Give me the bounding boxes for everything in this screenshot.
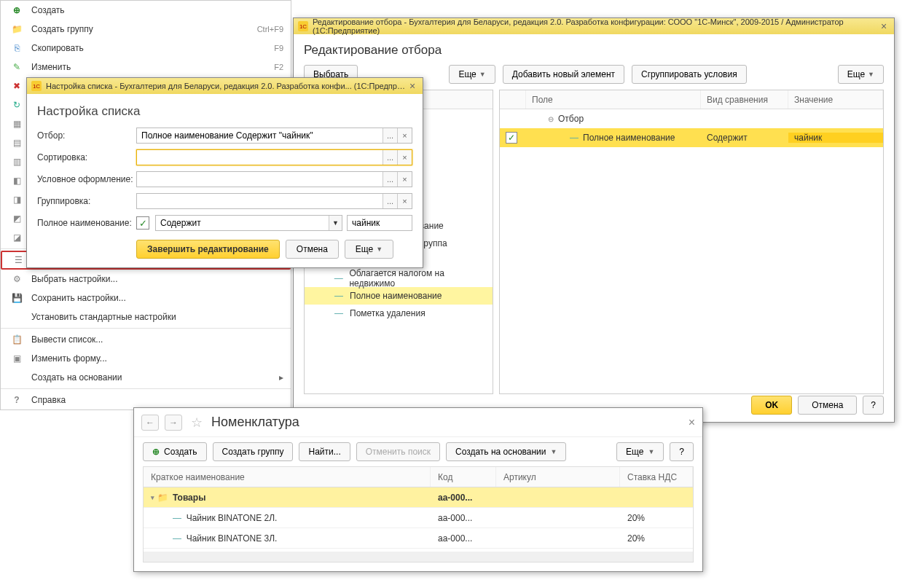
menu-copy[interactable]: ⎘СкопироватьF9: [1, 39, 291, 58]
grouping-label: Группировка:: [37, 196, 136, 206]
misc-icon: ▤: [8, 138, 26, 148]
separator: [1, 328, 291, 329]
column-code[interactable]: Код: [431, 467, 496, 487]
column-vat[interactable]: Ставка НДС: [620, 467, 693, 487]
more-button-2[interactable]: Еще▼: [838, 65, 884, 84]
checkbox-icon[interactable]: ✓: [506, 132, 517, 144]
plus-icon: ⊕: [152, 447, 160, 457]
conditional-label: Условное оформление:: [37, 174, 136, 184]
ellipsis-button[interactable]: ...: [383, 150, 397, 165]
table-row[interactable]: — Чайник BINATONE 2Л. аа-000... 20%: [144, 508, 693, 528]
field-item[interactable]: —Облагается налогом на недвижимо: [305, 270, 493, 287]
ellipsis-button[interactable]: ...: [383, 194, 397, 208]
field-item[interactable]: —Пометка удаления: [305, 305, 493, 322]
close-icon[interactable]: ×: [407, 80, 418, 92]
table-row[interactable]: — Чайник BINATONE 3Л. аа-000... 20%: [144, 528, 693, 549]
close-icon[interactable]: ×: [689, 416, 695, 429]
edit-icon: ✎: [8, 62, 26, 72]
more-button[interactable]: Еще ▼: [345, 240, 393, 259]
clear-button[interactable]: ×: [397, 172, 412, 187]
sort-label: Сортировка:: [37, 152, 136, 162]
create-button[interactable]: ⊕Создать: [143, 442, 207, 461]
refresh-icon: ↻: [8, 100, 26, 110]
folder-icon: 📁: [8, 24, 26, 34]
filter-input[interactable]: [137, 128, 383, 143]
misc-icon: ◩: [8, 213, 26, 224]
find-button[interactable]: Найти...: [299, 442, 350, 461]
dialog-heading: Редактирование отбора: [304, 43, 884, 58]
clear-button[interactable]: ×: [397, 128, 412, 143]
cancel-find-button[interactable]: Отменить поиск: [356, 442, 440, 461]
nav-forward-button[interactable]: →: [165, 415, 182, 431]
column-article[interactable]: Артикул: [496, 467, 620, 487]
dialog-heading: Настройка списка: [37, 104, 412, 119]
titlebar[interactable]: 1C Настройка списка - Бухгалтерия для Бе…: [27, 78, 423, 94]
clear-button[interactable]: ×: [397, 194, 412, 208]
misc-icon: ◨: [8, 195, 26, 205]
app-icon: 1C: [31, 81, 42, 91]
delete-icon: ✖: [8, 81, 26, 91]
value-input[interactable]: [347, 215, 412, 231]
chevron-down-icon: ▼: [868, 71, 874, 78]
favorite-star-icon[interactable]: ☆: [191, 415, 203, 431]
filter-label: Отбор:: [37, 130, 136, 141]
menu-create-based-on[interactable]: Создать на основании▸: [1, 368, 291, 387]
help-button[interactable]: ?: [863, 396, 884, 415]
menu-output-list[interactable]: 📋Вывести список...: [1, 330, 291, 349]
save-icon: 💾: [8, 293, 26, 303]
filter-condition-row[interactable]: ✓ —Полное наименование Содержит чайник: [500, 128, 883, 147]
more-button[interactable]: Еще ▼: [616, 442, 664, 461]
more-button-1[interactable]: Еще▼: [449, 65, 495, 84]
chevron-right-icon: ▸: [279, 372, 283, 383]
output-icon: 📋: [8, 334, 26, 345]
copy-icon: ⎘: [8, 43, 26, 53]
folder-icon: 📁: [157, 493, 168, 503]
item-icon: —: [173, 513, 181, 523]
column-field: Поле: [526, 90, 701, 109]
sort-input[interactable]: [137, 150, 383, 165]
conditional-input[interactable]: [137, 172, 383, 187]
column-value: Значение: [788, 90, 883, 109]
horizontal-scrollbar[interactable]: [144, 552, 693, 562]
ellipsis-button[interactable]: ...: [383, 172, 397, 187]
finish-editing-button[interactable]: Завершить редактирование: [136, 240, 280, 259]
ellipsis-button[interactable]: ...: [383, 128, 397, 143]
chevron-down-icon: ▼: [479, 71, 486, 78]
checkbox[interactable]: ✓: [136, 216, 149, 230]
table-row-group[interactable]: ▾📁Товары аа-000...: [144, 487, 693, 508]
menu-save-settings[interactable]: 💾Сохранить настройки...: [1, 289, 291, 307]
chevron-down-icon: ▼: [648, 448, 654, 455]
cancel-button[interactable]: Отмена: [286, 240, 339, 259]
close-icon[interactable]: ×: [878, 20, 890, 32]
ok-button[interactable]: OK: [751, 396, 792, 415]
filter-conditions-pane: Поле Вид сравнения Значение ⊖Отбор ✓ —По…: [499, 90, 884, 394]
chevron-down-icon: ▼: [551, 448, 557, 455]
menu-create[interactable]: ⊕Создать: [1, 1, 291, 20]
menu-edit[interactable]: ✎ИзменитьF2: [1, 58, 291, 77]
menu-change-form[interactable]: ▣Изменить форму...: [1, 349, 291, 368]
filter-root-row[interactable]: ⊖Отбор: [500, 109, 883, 128]
misc-icon: ◪: [8, 232, 26, 243]
app-icon: 1C: [298, 21, 308, 31]
chevron-down-icon[interactable]: ▼: [329, 216, 342, 230]
list-icon: ☰: [9, 255, 27, 265]
add-element-button[interactable]: Добавить новый элемент: [503, 65, 624, 84]
nomenclature-table: Краткое наименование Код Артикул Ставка …: [143, 466, 694, 562]
help-button[interactable]: ?: [670, 442, 694, 461]
menu-default-settings[interactable]: Установить стандартные настройки: [1, 307, 291, 326]
titlebar[interactable]: 1C Редактирование отбора - Бухгалтерия д…: [294, 18, 894, 34]
nomenclature-window: ← → ☆ Номенклатура × ⊕Создать Создать гр…: [133, 407, 703, 572]
create-based-on-button[interactable]: Создать на основании ▼: [446, 442, 566, 461]
compare-select[interactable]: [156, 216, 329, 230]
nav-back-button[interactable]: ←: [141, 415, 159, 431]
create-group-button[interactable]: Создать группу: [213, 442, 294, 461]
menu-create-group[interactable]: 📁Создать группуCtrl+F9: [1, 20, 291, 39]
group-conditions-button[interactable]: Сгруппировать условия: [632, 65, 747, 84]
cancel-button[interactable]: Отмена: [798, 396, 857, 415]
column-name[interactable]: Краткое наименование: [144, 467, 431, 487]
grouping-input[interactable]: [137, 194, 383, 208]
misc-icon: ◧: [8, 176, 26, 186]
clear-button[interactable]: ×: [397, 150, 412, 165]
field-item-selected[interactable]: —Полное наименование: [305, 287, 493, 305]
menu-choose-settings[interactable]: ⚙Выбрать настройки...: [1, 270, 291, 289]
